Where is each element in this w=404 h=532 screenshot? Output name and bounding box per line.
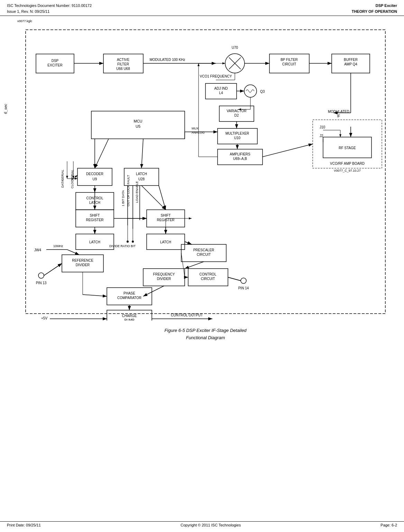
svg-line-171 xyxy=(228,277,241,281)
svg-text:COMPARATOR: COMPARATOR xyxy=(117,296,141,300)
svg-rect-0 xyxy=(26,30,385,314)
svg-text:SHIFT: SHIFT xyxy=(90,214,100,217)
svg-text:MULTIPLEXER: MULTIPLEXER xyxy=(226,132,249,135)
svg-text:LATCH: LATCH xyxy=(89,240,100,244)
svg-line-172 xyxy=(44,263,62,276)
svg-text:BUFFER: BUFFER xyxy=(344,58,358,62)
svg-text:FILTER: FILTER xyxy=(117,62,129,66)
header-title2: THEORY OF OPERATION xyxy=(352,9,397,15)
svg-text:DIVIDER: DIVIDER xyxy=(76,263,90,267)
svg-text:MODULATED  100  KHz: MODULATED 100 KHz xyxy=(149,58,185,62)
svg-text:PIN  14: PIN 14 xyxy=(238,286,249,290)
svg-line-135 xyxy=(83,295,107,296)
page-header: ISC Technologies Document Number: 9110.0… xyxy=(0,0,404,16)
svg-line-170 xyxy=(181,253,185,277)
svg-text:U69–A,B: U69–A,B xyxy=(233,157,247,161)
svg-text:PUMP: PUMP xyxy=(125,318,135,321)
svg-text:DECODER: DECODER xyxy=(86,172,103,176)
svg-text:10MHz: 10MHz xyxy=(53,244,63,248)
svg-text:DATA: DATA xyxy=(61,180,64,188)
svg-text:PRESCALER: PRESCALER xyxy=(193,248,214,252)
svg-text:+5V: +5V xyxy=(41,316,47,320)
functional-diagram: DSP EXCITER ACTIVE FILTER U66 U68 MODULA… xyxy=(22,26,389,321)
footer-print-date: Print Date: 09/25/11 xyxy=(7,523,41,527)
svg-text:ADJ  IND: ADJ IND xyxy=(214,87,228,90)
svg-text:DIVIDE  RATIO  BIT: DIVIDE RATIO BIT xyxy=(109,244,136,248)
file-ref: v0077.kglc xyxy=(17,19,397,23)
svg-text:AMPLIFIERS: AMPLIFIERS xyxy=(230,152,250,156)
svg-text:AMP  Q4: AMP Q4 xyxy=(344,62,357,66)
svg-text:D2: D2 xyxy=(235,114,239,117)
svg-text:J2: J2 xyxy=(320,134,323,138)
figure-caption: Figure 6-5 DSP Exciter IF-Stage Detailed… xyxy=(22,327,389,342)
svg-text:DSP: DSP xyxy=(52,59,59,63)
svg-text:U70: U70 xyxy=(232,46,238,49)
page-footer: Print Date: 09/25/11 Copyright © 2011 IS… xyxy=(0,521,404,529)
svg-text:CONTROL  OUTPUT: CONTROL OUTPUT xyxy=(171,313,203,317)
footer-page-number: Page: 6-2 xyxy=(380,523,397,527)
svg-text:V0077_C_97.10.27: V0077_C_97.10.27 xyxy=(334,169,361,172)
svg-point-128 xyxy=(38,273,44,278)
svg-text:PHASE: PHASE xyxy=(123,291,135,295)
diagram-container: DSP EXCITER ACTIVE FILTER U66 U68 MODULA… xyxy=(22,26,389,342)
svg-text:CONTROL: CONTROL xyxy=(200,272,217,276)
svg-line-112 xyxy=(67,250,79,255)
svg-line-79 xyxy=(95,139,109,168)
svg-point-125 xyxy=(241,278,246,283)
svg-text:J10: J10 xyxy=(320,125,325,129)
svg-text:FREQUENCY: FREQUENCY xyxy=(153,272,175,276)
svg-text:1  BIT  DATA: 1 BIT DATA xyxy=(121,190,125,206)
svg-text:U28: U28 xyxy=(138,177,145,181)
svg-text:OUT  OF  LOCK  FAULT: OUT OF LOCK FAULT xyxy=(127,175,130,206)
svg-line-57 xyxy=(263,144,313,157)
svg-text:MCU: MCU xyxy=(134,119,142,123)
figure-caption-line2: Functional Diagram xyxy=(22,334,389,342)
figure-caption-line1: Figure 6-5 DSP Exciter IF-Stage Detailed xyxy=(22,327,389,334)
svg-text:ANALOG: ANALOG xyxy=(192,131,205,134)
footer-copyright: Copyright © 2011 ISC Technologies xyxy=(181,523,241,527)
svg-text:CHARGE: CHARGE xyxy=(122,314,137,318)
svg-text:BP FILTER: BP FILTER xyxy=(281,58,298,62)
svg-text:REFERENCE: REFERENCE xyxy=(72,259,93,262)
svg-text:LOAD  ENABLE: LOAD ENABLE xyxy=(135,181,139,203)
svg-text:U5: U5 xyxy=(136,124,140,128)
header-title1: DSP Exciter xyxy=(352,3,397,9)
svg-text:JW4: JW4 xyxy=(34,248,41,252)
header-issue: Issue 1, Rev. N: 09/25/11 xyxy=(7,9,92,15)
svg-rect-73 xyxy=(77,168,112,186)
svg-text:VARIACTOR: VARIACTOR xyxy=(227,109,246,113)
header-doc-number: ISC Technologies Document Number: 9110.0… xyxy=(7,3,92,9)
svg-line-123 xyxy=(185,262,204,269)
svg-text:Q3: Q3 xyxy=(260,90,265,93)
svg-line-80 xyxy=(141,139,143,168)
svg-text:CIRCUIT: CIRCUIT xyxy=(197,253,211,256)
svg-text:IF: IF xyxy=(337,114,340,118)
svg-text:REGISTER: REGISTER xyxy=(86,218,103,222)
svg-text:VCO1  FREQUENCY: VCO1 FREQUENCY xyxy=(200,74,232,78)
svg-text:U10: U10 xyxy=(234,136,241,140)
main-content: v0077.kglc DSP EXCITER ACTIVE FILTER U66… xyxy=(0,16,404,366)
svg-line-173 xyxy=(185,242,192,244)
header-right: DSP Exciter THEORY OF OPERATION xyxy=(352,3,397,14)
svg-text:VCO/RF  AMP  BOARD: VCO/RF AMP BOARD xyxy=(330,162,365,165)
svg-text:CIRCUIT: CIRCUIT xyxy=(201,277,215,281)
svg-text:MUX: MUX xyxy=(192,127,199,130)
side-label: 6_sec xyxy=(3,104,8,114)
svg-text:SHIFT: SHIFT xyxy=(161,214,171,217)
header-left: ISC Technologies Document Number: 9110.0… xyxy=(7,3,92,14)
svg-text:LATCH: LATCH xyxy=(136,172,147,176)
svg-text:U66  U68: U66 U68 xyxy=(116,67,130,71)
svg-text:RF  STAGE: RF STAGE xyxy=(339,146,356,150)
svg-text:LATCH: LATCH xyxy=(160,240,171,244)
svg-text:EXCITER: EXCITER xyxy=(47,63,62,67)
svg-text:U9: U9 xyxy=(93,177,97,181)
svg-text:PIN  13: PIN 13 xyxy=(36,281,47,285)
svg-text:CIRCUIT: CIRCUIT xyxy=(282,62,296,66)
svg-text:DIVIDER: DIVIDER xyxy=(157,277,171,281)
svg-text:L4: L4 xyxy=(219,91,223,95)
svg-text:SERIAL: SERIAL xyxy=(61,170,64,181)
svg-text:ACTIVE: ACTIVE xyxy=(117,58,129,62)
svg-text:CLOCK: CLOCK xyxy=(71,178,74,188)
